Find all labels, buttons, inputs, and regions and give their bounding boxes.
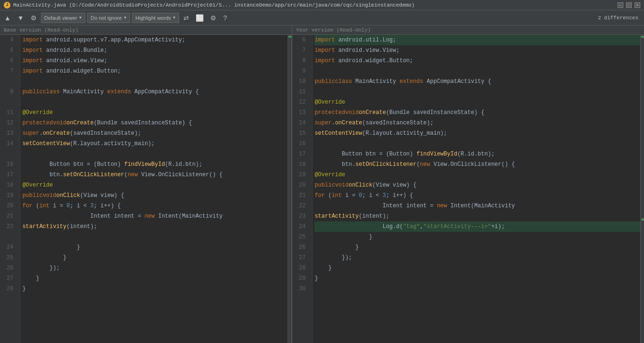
- left-line-number: 7: [4, 66, 16, 76]
- left-line-number: 24: [4, 242, 16, 253]
- left-line-number: 28: [4, 284, 16, 294]
- left-code-line: [22, 149, 288, 159]
- right-line-number: 10: [296, 76, 308, 87]
- right-line-number: 30: [296, 284, 308, 294]
- left-code-line: import android.os.Bundle;: [22, 45, 288, 56]
- dropdown-arrow: ▼: [78, 16, 82, 20]
- left-line-number: [4, 76, 16, 87]
- left-code-line: protected void onCreate(Bundle savedInst…: [22, 118, 288, 128]
- viewer-dropdown[interactable]: Default viewer ▼: [41, 13, 86, 23]
- left-line-number: 12: [4, 118, 16, 128]
- left-code-line: import android.view.View;: [22, 56, 288, 66]
- nav-next-button[interactable]: ▼: [15, 13, 26, 23]
- close-button[interactable]: ✕: [635, 2, 640, 8]
- settings-icon-button[interactable]: ⚙: [28, 13, 39, 23]
- right-line-number: 14: [296, 118, 308, 128]
- right-code-line: }: [314, 232, 640, 242]
- left-line-number: [4, 149, 16, 159]
- right-line-number: 9: [296, 66, 308, 76]
- split-view-button[interactable]: ⬜: [193, 13, 206, 23]
- left-line-number: 6: [4, 56, 16, 66]
- right-code-line: }: [314, 263, 640, 273]
- right-code-line: import android.widget.Button;: [314, 56, 640, 66]
- left-line-number: 14: [4, 139, 16, 149]
- left-line-number: [4, 232, 16, 242]
- right-code-line: for (int i = 0; i < 3; i++) {: [314, 190, 640, 201]
- right-code-line: }: [314, 273, 640, 284]
- nav-prev-button[interactable]: ▲: [2, 13, 13, 23]
- highlight-dropdown[interactable]: Highlight words ▼: [132, 13, 179, 23]
- diff-count: 2 differences: [598, 15, 642, 21]
- code-container: 4567911121314161718192021222425262728 im…: [0, 35, 644, 343]
- pane-container: Base version (Read-only) Your version (R…: [0, 25, 644, 343]
- sync-scroll-button[interactable]: ⇄: [181, 13, 191, 23]
- left-code-line: btn.setOnClickListener(new View.OnClickL…: [22, 170, 288, 180]
- right-line-number: 12: [296, 97, 308, 107]
- left-code-pane[interactable]: 4567911121314161718192021222425262728 im…: [0, 35, 292, 343]
- left-pane-header: Base version (Read-only): [0, 25, 292, 34]
- right-line-number: 24: [296, 221, 308, 232]
- left-code-line: @Override: [22, 107, 288, 118]
- left-line-number: 22: [4, 221, 16, 232]
- left-code-line: public void onClick(View view) {: [22, 190, 288, 201]
- left-code-line: public class MainActivity extends AppCom…: [22, 87, 288, 97]
- minimize-button[interactable]: —: [618, 2, 623, 8]
- right-line-number: 22: [296, 201, 308, 211]
- left-line-number: 11: [4, 107, 16, 118]
- right-pane-header: Your version (Read-only): [292, 25, 644, 34]
- left-code-line: startActivity(intent);: [22, 221, 288, 232]
- right-code-line: startActivity(intent);: [314, 211, 640, 221]
- left-line-number: 25: [4, 253, 16, 263]
- window-title: MainActivity.java (D:/Code/AndroidStudio…: [13, 2, 618, 8]
- right-line-number: 25: [296, 232, 308, 242]
- dropdown-arrow2: ▼: [123, 16, 127, 20]
- left-code-line: setContentView(R.layout.activity_main);: [22, 139, 288, 149]
- left-line-number: 20: [4, 201, 16, 211]
- right-line-number: 15: [296, 128, 308, 139]
- right-code-line: super.onCreate(savedInstanceState);: [314, 118, 640, 128]
- left-line-number: 17: [4, 170, 16, 180]
- right-code-line: [314, 284, 640, 294]
- right-line-number: 23: [296, 211, 308, 221]
- left-code-line: }: [22, 273, 288, 284]
- right-line-number: 11: [296, 87, 308, 97]
- right-code-line: @Override: [314, 170, 640, 180]
- right-code-line: btn.setOnClickListener(new View.OnClickL…: [314, 159, 640, 170]
- right-code-pane[interactable]: 6789101112131415161718192021222324252627…: [292, 35, 644, 343]
- right-code-line: import android.view.View;: [314, 45, 640, 56]
- right-line-numbers: 6789101112131415161718192021222324252627…: [292, 35, 313, 343]
- right-code-content[interactable]: import android.util.Log;import android.v…: [313, 35, 640, 343]
- right-code-line: @Override: [314, 97, 640, 107]
- app-icon: J: [4, 2, 10, 8]
- left-code-line: }: [22, 284, 288, 294]
- right-line-number: 8: [296, 56, 308, 66]
- right-scroll-marker: [640, 35, 644, 343]
- left-line-number: 27: [4, 273, 16, 284]
- left-line-number: 21: [4, 211, 16, 221]
- pane-headers: Base version (Read-only) Your version (R…: [0, 25, 644, 35]
- left-line-number: 9: [4, 87, 16, 97]
- right-line-number: 19: [296, 170, 308, 180]
- right-line-number: 27: [296, 253, 308, 263]
- ignore-dropdown[interactable]: Do not ignore ▼: [87, 13, 130, 23]
- right-line-number: 28: [296, 263, 308, 273]
- left-code-line: for (int i = 0; i < 3; i++) {: [22, 201, 288, 211]
- right-code-line: [314, 87, 640, 97]
- left-code-line: Button btn = (Button) findViewById(R.id.…: [22, 159, 288, 170]
- left-line-number: 5: [4, 45, 16, 56]
- right-line-number: 13: [296, 107, 308, 118]
- right-code-line: Button btn = (Button) findViewById(R.id.…: [314, 149, 640, 159]
- right-code-line: Log.d("tag","startActivity---i="+i);: [314, 221, 640, 232]
- help-button[interactable]: ?: [221, 13, 229, 23]
- right-line-number: 20: [296, 180, 308, 190]
- left-code-content[interactable]: import android.support.v7.app.AppCompatA…: [20, 35, 288, 343]
- maximize-button[interactable]: □: [626, 2, 632, 8]
- right-code-line: Intent intent = new Intent(MainActivity: [314, 201, 640, 211]
- gear-button[interactable]: ⚙: [208, 13, 219, 23]
- left-line-number: 4: [4, 35, 16, 45]
- left-line-number: [4, 97, 16, 107]
- right-code-line: setContentView(R.layout.activity_main);: [314, 128, 640, 139]
- left-code-line: @Override: [22, 180, 288, 190]
- left-code-line: }: [22, 253, 288, 263]
- right-line-number: 21: [296, 190, 308, 201]
